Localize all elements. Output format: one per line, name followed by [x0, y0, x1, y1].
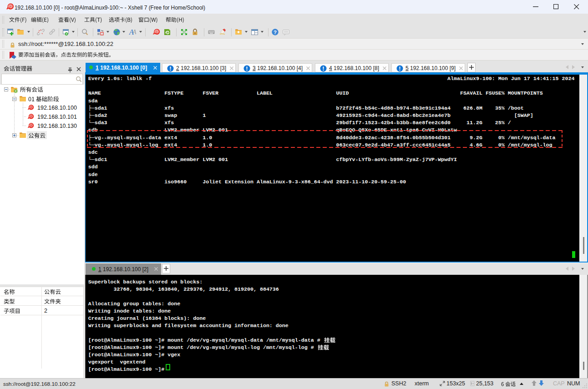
svg-text:A: A — [129, 28, 134, 36]
svg-text:?: ? — [274, 30, 277, 35]
